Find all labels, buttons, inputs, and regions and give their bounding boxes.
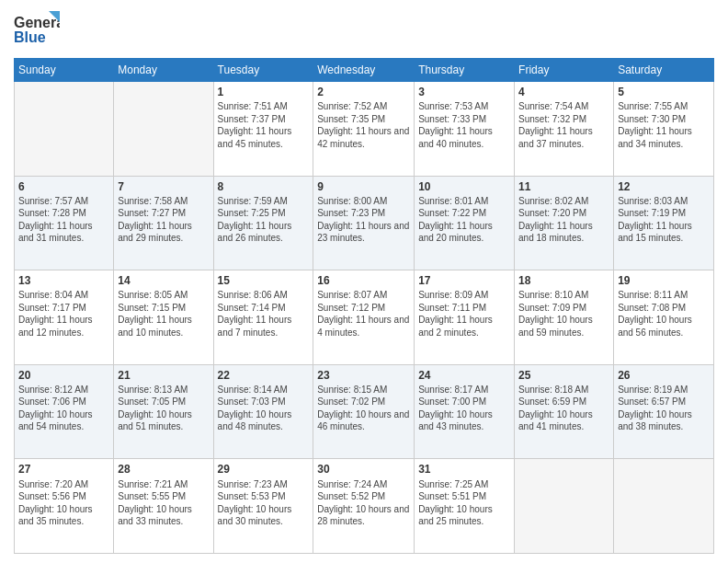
calendar-cell: 2Sunrise: 7:52 AM Sunset: 7:35 PM Daylig… — [313, 82, 415, 177]
day-info: Sunrise: 8:07 AM Sunset: 7:12 PM Dayligh… — [317, 289, 410, 339]
day-number: 3 — [418, 85, 510, 99]
calendar-cell: 25Sunrise: 8:18 AM Sunset: 6:59 PM Dayli… — [515, 364, 614, 459]
day-number: 31 — [418, 462, 510, 477]
calendar-cell: 7Sunrise: 7:58 AM Sunset: 7:27 PM Daylig… — [114, 176, 213, 270]
calendar-cell: 12Sunrise: 8:03 AM Sunset: 7:19 PM Dayli… — [614, 176, 714, 270]
day-info: Sunrise: 8:04 AM Sunset: 7:17 PM Dayligh… — [18, 289, 109, 339]
day-info: Sunrise: 7:55 AM Sunset: 7:30 PM Dayligh… — [618, 100, 710, 150]
day-number: 1 — [218, 85, 310, 99]
day-info: Sunrise: 7:24 AM Sunset: 5:52 PM Dayligh… — [317, 478, 410, 528]
calendar-cell — [515, 459, 614, 554]
calendar-week-row: 13Sunrise: 8:04 AM Sunset: 7:17 PM Dayli… — [15, 270, 714, 365]
day-number: 11 — [518, 179, 609, 194]
day-number: 28 — [118, 462, 209, 477]
calendar-cell: 16Sunrise: 8:07 AM Sunset: 7:12 PM Dayli… — [313, 270, 415, 365]
day-info: Sunrise: 8:11 AM Sunset: 7:08 PM Dayligh… — [618, 289, 710, 339]
calendar-cell: 29Sunrise: 7:23 AM Sunset: 5:53 PM Dayli… — [213, 459, 313, 554]
day-info: Sunrise: 8:13 AM Sunset: 7:05 PM Dayligh… — [118, 384, 209, 433]
day-number: 16 — [317, 273, 410, 288]
day-info: Sunrise: 8:14 AM Sunset: 7:03 PM Dayligh… — [218, 384, 310, 433]
weekday-header-friday: Friday — [515, 59, 614, 82]
day-number: 21 — [118, 368, 209, 383]
calendar-cell: 23Sunrise: 8:15 AM Sunset: 7:02 PM Dayli… — [313, 364, 415, 459]
calendar-week-row: 1Sunrise: 7:51 AM Sunset: 7:37 PM Daylig… — [15, 82, 714, 177]
day-number: 4 — [518, 85, 609, 99]
day-number: 9 — [317, 179, 410, 194]
day-info: Sunrise: 8:05 AM Sunset: 7:15 PM Dayligh… — [118, 289, 209, 339]
day-info: Sunrise: 8:00 AM Sunset: 7:23 PM Dayligh… — [317, 195, 410, 245]
logo-svg: General Blue — [14, 9, 60, 51]
weekday-header-saturday: Saturday — [614, 59, 714, 82]
header: General Blue — [14, 9, 714, 51]
day-number: 2 — [317, 85, 410, 99]
day-number: 7 — [118, 179, 209, 194]
calendar-cell: 17Sunrise: 8:09 AM Sunset: 7:11 PM Dayli… — [415, 270, 515, 365]
calendar-cell: 13Sunrise: 8:04 AM Sunset: 7:17 PM Dayli… — [15, 270, 114, 365]
calendar-cell: 28Sunrise: 7:21 AM Sunset: 5:55 PM Dayli… — [114, 459, 213, 554]
day-number: 20 — [18, 368, 109, 383]
weekday-header-tuesday: Tuesday — [213, 59, 313, 82]
day-number: 27 — [18, 462, 109, 477]
weekday-header-sunday: Sunday — [15, 59, 114, 82]
day-info: Sunrise: 8:18 AM Sunset: 6:59 PM Dayligh… — [518, 384, 609, 433]
day-number: 10 — [418, 179, 510, 194]
weekday-header-wednesday: Wednesday — [313, 59, 415, 82]
day-number: 25 — [518, 368, 609, 383]
weekday-header-row: SundayMondayTuesdayWednesdayThursdayFrid… — [15, 59, 714, 82]
calendar-week-row: 20Sunrise: 8:12 AM Sunset: 7:06 PM Dayli… — [15, 364, 714, 459]
day-number: 23 — [317, 368, 410, 383]
calendar-cell: 11Sunrise: 8:02 AM Sunset: 7:20 PM Dayli… — [515, 176, 614, 270]
day-info: Sunrise: 7:54 AM Sunset: 7:32 PM Dayligh… — [518, 100, 609, 150]
calendar-cell: 8Sunrise: 7:59 AM Sunset: 7:25 PM Daylig… — [213, 176, 313, 270]
day-number: 26 — [618, 368, 710, 383]
day-number: 14 — [118, 273, 209, 288]
weekday-header-monday: Monday — [114, 59, 213, 82]
calendar-cell: 9Sunrise: 8:00 AM Sunset: 7:23 PM Daylig… — [313, 176, 415, 270]
calendar-cell — [114, 82, 213, 177]
day-info: Sunrise: 8:01 AM Sunset: 7:22 PM Dayligh… — [418, 195, 510, 245]
calendar-cell — [15, 82, 114, 177]
calendar-cell — [614, 459, 714, 554]
day-number: 24 — [418, 368, 510, 383]
day-number: 17 — [418, 273, 510, 288]
day-number: 15 — [218, 273, 310, 288]
day-number: 12 — [618, 179, 710, 194]
day-info: Sunrise: 8:02 AM Sunset: 7:20 PM Dayligh… — [518, 195, 609, 245]
calendar-cell: 4Sunrise: 7:54 AM Sunset: 7:32 PM Daylig… — [515, 82, 614, 177]
weekday-header-thursday: Thursday — [415, 59, 515, 82]
day-number: 30 — [317, 462, 410, 477]
logo: General Blue — [14, 9, 60, 51]
page-container: General Blue SundayMondayTuesdayWednesda… — [0, 0, 728, 563]
day-info: Sunrise: 8:03 AM Sunset: 7:19 PM Dayligh… — [618, 195, 710, 245]
day-info: Sunrise: 7:59 AM Sunset: 7:25 PM Dayligh… — [218, 195, 310, 245]
calendar-cell: 26Sunrise: 8:19 AM Sunset: 6:57 PM Dayli… — [614, 364, 714, 459]
calendar-cell: 5Sunrise: 7:55 AM Sunset: 7:30 PM Daylig… — [614, 82, 714, 177]
day-info: Sunrise: 7:53 AM Sunset: 7:33 PM Dayligh… — [418, 100, 510, 150]
day-info: Sunrise: 7:58 AM Sunset: 7:27 PM Dayligh… — [118, 195, 209, 245]
calendar-cell: 31Sunrise: 7:25 AM Sunset: 5:51 PM Dayli… — [415, 459, 515, 554]
day-info: Sunrise: 7:23 AM Sunset: 5:53 PM Dayligh… — [218, 478, 310, 528]
svg-text:General: General — [14, 15, 60, 30]
calendar-table: SundayMondayTuesdayWednesdayThursdayFrid… — [14, 58, 714, 554]
calendar-week-row: 6Sunrise: 7:57 AM Sunset: 7:28 PM Daylig… — [15, 176, 714, 270]
day-number: 5 — [618, 85, 710, 99]
calendar-cell: 30Sunrise: 7:24 AM Sunset: 5:52 PM Dayli… — [313, 459, 415, 554]
day-info: Sunrise: 8:09 AM Sunset: 7:11 PM Dayligh… — [418, 289, 510, 339]
day-info: Sunrise: 8:17 AM Sunset: 7:00 PM Dayligh… — [418, 384, 510, 433]
calendar-cell: 10Sunrise: 8:01 AM Sunset: 7:22 PM Dayli… — [415, 176, 515, 270]
day-number: 13 — [18, 273, 109, 288]
day-info: Sunrise: 7:20 AM Sunset: 5:56 PM Dayligh… — [18, 478, 109, 528]
calendar-week-row: 27Sunrise: 7:20 AM Sunset: 5:56 PM Dayli… — [15, 459, 714, 554]
day-number: 8 — [218, 179, 310, 194]
calendar-cell: 6Sunrise: 7:57 AM Sunset: 7:28 PM Daylig… — [15, 176, 114, 270]
calendar-cell: 22Sunrise: 8:14 AM Sunset: 7:03 PM Dayli… — [213, 364, 313, 459]
day-info: Sunrise: 7:21 AM Sunset: 5:55 PM Dayligh… — [118, 478, 209, 528]
day-info: Sunrise: 7:25 AM Sunset: 5:51 PM Dayligh… — [418, 478, 510, 528]
day-info: Sunrise: 8:12 AM Sunset: 7:06 PM Dayligh… — [18, 384, 109, 433]
calendar-cell: 24Sunrise: 8:17 AM Sunset: 7:00 PM Dayli… — [415, 364, 515, 459]
day-info: Sunrise: 8:15 AM Sunset: 7:02 PM Dayligh… — [317, 384, 410, 433]
day-info: Sunrise: 7:57 AM Sunset: 7:28 PM Dayligh… — [18, 195, 109, 245]
day-info: Sunrise: 7:52 AM Sunset: 7:35 PM Dayligh… — [317, 100, 410, 150]
calendar-cell: 15Sunrise: 8:06 AM Sunset: 7:14 PM Dayli… — [213, 270, 313, 365]
calendar-cell: 3Sunrise: 7:53 AM Sunset: 7:33 PM Daylig… — [415, 82, 515, 177]
